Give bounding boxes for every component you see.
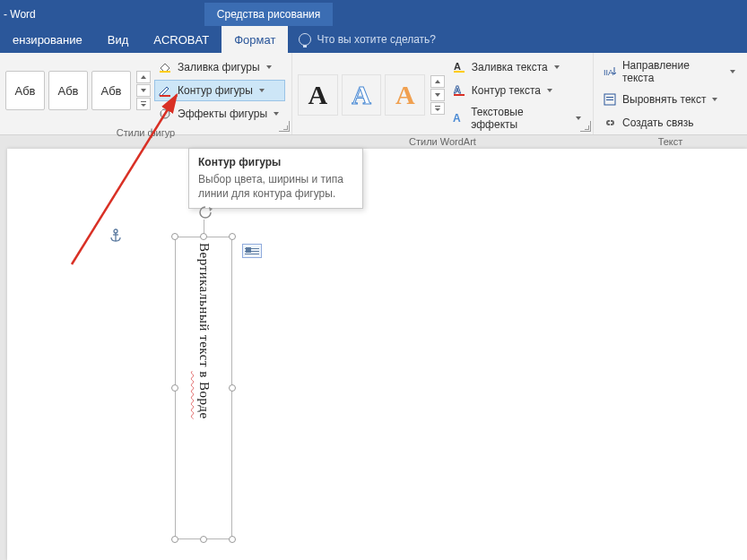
gallery-up-button[interactable] xyxy=(136,71,151,83)
text-fill-button[interactable]: A Заливка текста xyxy=(448,56,587,78)
chevron-down-icon xyxy=(259,89,265,92)
shape-effects-button[interactable]: Эффекты фигуры xyxy=(154,103,285,125)
paint-bucket-icon xyxy=(157,59,173,75)
wordart-gallery-scroll[interactable] xyxy=(430,75,445,115)
svg-marker-8 xyxy=(435,80,440,83)
tab-view[interactable]: Вид xyxy=(95,26,142,53)
gallery-more-button[interactable] xyxy=(430,102,445,115)
svg-rect-20 xyxy=(606,99,613,100)
layout-options-button[interactable] xyxy=(242,244,262,258)
shape-outline-button[interactable]: Контур фигуры xyxy=(154,80,285,101)
gallery-up-button[interactable] xyxy=(430,75,445,88)
tab-format[interactable]: Формат xyxy=(221,26,288,53)
shape-fill-button[interactable]: Заливка фигуры xyxy=(154,56,285,78)
resize-handle[interactable] xyxy=(171,233,178,240)
anchor-icon xyxy=(109,228,122,246)
create-link-button[interactable]: Создать связь xyxy=(599,112,742,134)
align-text-button[interactable]: Выровнять текст xyxy=(599,89,742,110)
tooltip-title: Контур фигуры xyxy=(198,156,353,168)
title-bar: - Word Средства рисования xyxy=(0,0,747,26)
svg-point-23 xyxy=(114,229,117,233)
tab-review[interactable]: ензирование xyxy=(0,26,95,53)
text-outline-button[interactable]: A Контур текста xyxy=(448,80,587,101)
svg-text:A: A xyxy=(454,61,461,72)
resize-handle[interactable] xyxy=(229,233,236,240)
svg-text:IIA: IIA xyxy=(604,68,613,77)
resize-handle[interactable] xyxy=(229,536,236,543)
shape-outline-label: Контур фигуры xyxy=(178,84,253,97)
ribbon-tab-bar: ензирование Вид ACROBAT Формат Что вы хо… xyxy=(0,26,747,53)
svg-text:A: A xyxy=(453,112,461,125)
align-text-label: Выровнять текст xyxy=(622,93,706,106)
chevron-down-icon xyxy=(266,65,272,69)
shape-style-preset[interactable]: Абв xyxy=(48,71,88,110)
wordart-style-preset[interactable]: A xyxy=(342,74,382,116)
chevron-down-icon xyxy=(274,112,279,116)
chevron-down-icon xyxy=(576,116,581,120)
tooltip-body: Выбор цвета, ширины и типа линии для кон… xyxy=(198,172,353,201)
align-text-icon xyxy=(602,91,618,108)
chevron-down-icon xyxy=(554,65,560,69)
text-direction-button[interactable]: IIA Направление текста xyxy=(599,56,742,87)
contextual-tab-drawing-tools[interactable]: Средства рисования xyxy=(204,3,333,26)
text-effects-button[interactable]: A Текстовые эффекты xyxy=(448,103,587,134)
svg-marker-26 xyxy=(209,207,213,211)
gallery-down-button[interactable] xyxy=(136,84,151,97)
resize-handle[interactable] xyxy=(200,233,207,240)
svg-marker-0 xyxy=(141,75,146,79)
rotate-connector xyxy=(204,220,204,234)
wordart-style-preset[interactable]: A xyxy=(298,74,338,116)
group-label-shape-styles: Стили фигур xyxy=(5,125,286,141)
resize-handle[interactable] xyxy=(200,536,207,543)
text-direction-icon: IIA xyxy=(602,64,618,80)
svg-marker-1 xyxy=(141,89,146,92)
svg-rect-19 xyxy=(606,97,613,98)
svg-rect-15 xyxy=(454,94,465,96)
svg-rect-4 xyxy=(160,71,170,73)
lightbulb-icon xyxy=(299,33,311,46)
text-fill-icon: A xyxy=(451,59,467,75)
shape-style-preset[interactable]: Абв xyxy=(5,71,45,110)
effects-icon xyxy=(157,106,173,122)
resize-handle[interactable] xyxy=(171,536,178,543)
create-link-label: Создать связь xyxy=(622,116,693,129)
document-page[interactable] xyxy=(7,149,747,560)
svg-rect-5 xyxy=(160,95,170,97)
svg-marker-3 xyxy=(141,104,146,107)
gallery-down-button[interactable] xyxy=(430,89,445,101)
text-direction-label: Направление текста xyxy=(622,59,724,84)
gallery-more-button[interactable] xyxy=(136,98,151,110)
chevron-down-icon xyxy=(712,98,717,101)
svg-marker-9 xyxy=(435,93,440,97)
chevron-down-icon xyxy=(547,89,552,92)
svg-rect-2 xyxy=(141,101,146,102)
svg-text:A: A xyxy=(454,84,461,95)
shape-style-preset[interactable]: Абв xyxy=(91,71,131,110)
svg-marker-11 xyxy=(435,108,440,111)
text-effects-icon: A xyxy=(451,110,466,126)
tell-me-search[interactable]: Что вы хотите сделать? xyxy=(299,33,436,46)
text-outline-label: Контур текста xyxy=(472,84,541,97)
tell-me-placeholder: Что вы хотите сделать? xyxy=(317,33,436,46)
text-effects-label: Текстовые эффекты xyxy=(471,106,569,131)
ribbon: Абв Абв Абв Заливка фигуры xyxy=(0,53,747,135)
window-title: - Word xyxy=(0,8,43,26)
chevron-down-icon xyxy=(730,70,735,73)
dialog-launcher-icon[interactable] xyxy=(580,121,591,132)
textbox-shape[interactable]: Вертикальный текст в Ворде xyxy=(175,237,232,539)
tab-acrobat[interactable]: ACROBAT xyxy=(141,26,221,53)
svg-rect-10 xyxy=(435,106,440,107)
shape-effects-label: Эффекты фигуры xyxy=(178,108,267,120)
rotate-handle[interactable] xyxy=(197,204,213,220)
textbox-content[interactable]: Вертикальный текст в Ворде xyxy=(176,243,231,533)
svg-point-7 xyxy=(161,110,165,114)
svg-point-6 xyxy=(161,109,169,118)
link-icon xyxy=(602,115,618,131)
dialog-launcher-icon[interactable] xyxy=(279,121,290,132)
group-label-text: Текст xyxy=(599,134,742,150)
wordart-style-preset[interactable]: A xyxy=(385,74,425,116)
shape-style-gallery-scroll[interactable] xyxy=(136,71,151,110)
shape-fill-label: Заливка фигуры xyxy=(178,61,260,73)
tooltip-shape-outline: Контур фигуры Выбор цвета, ширины и типа… xyxy=(188,148,363,209)
svg-rect-13 xyxy=(454,71,465,73)
